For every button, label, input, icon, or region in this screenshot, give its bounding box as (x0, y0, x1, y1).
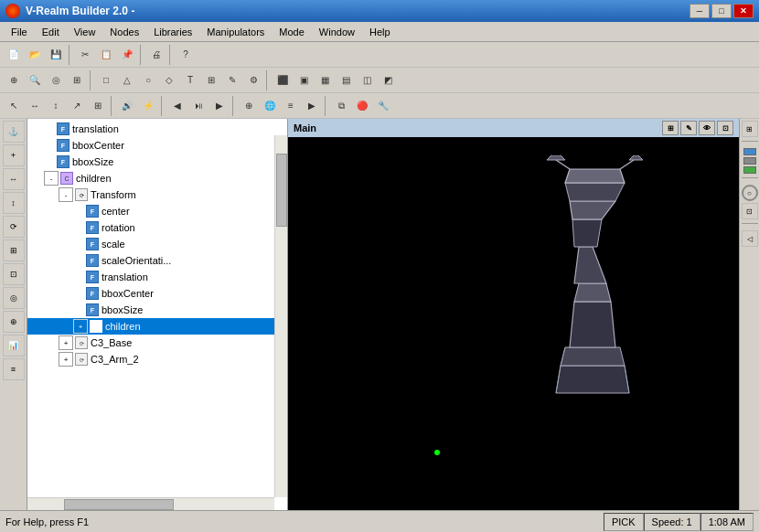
tree-item-bboxsize1[interactable]: F bboxSize (27, 154, 274, 170)
tree-item-bboxcenter2[interactable]: F bboxCenter (27, 285, 274, 302)
menu-view[interactable]: View (67, 25, 103, 39)
tree-item-c3arm2[interactable]: + ⟳ C3_Arm_2 (27, 351, 274, 367)
t3-b3[interactable]: ↕ (46, 96, 66, 116)
t2-b10[interactable]: ⊞ (201, 70, 221, 90)
t2-b9[interactable]: T (180, 70, 200, 90)
left-btn-8[interactable]: ◎ (3, 287, 25, 309)
tree-item-children1[interactable]: - C children (27, 170, 274, 186)
t2-b12[interactable]: ⚙ (243, 70, 263, 90)
left-btn-6[interactable]: ⊞ (3, 239, 25, 261)
t3-b10[interactable]: ▶ (209, 96, 230, 116)
tree-scrollbar-thumb[interactable] (276, 154, 287, 227)
left-btn-anchor[interactable]: ⚓ (3, 121, 25, 143)
t2-b11[interactable]: ✎ (222, 70, 242, 90)
minimize-button[interactable]: ─ (690, 4, 710, 18)
t2-b8[interactable]: ◇ (159, 70, 179, 90)
tree-item-bboxcenter1[interactable]: F bboxCenter (27, 137, 274, 154)
t2-b3[interactable]: ◎ (46, 70, 66, 90)
print-btn[interactable]: 🖨 (146, 45, 166, 65)
open-btn[interactable]: 📂 (25, 45, 45, 65)
expand-children1[interactable]: - (44, 171, 59, 186)
tree-item-translation1[interactable]: F translation (27, 121, 274, 137)
tree-item-bboxsize2[interactable]: F bboxSize (27, 302, 274, 318)
tree-item-children2[interactable]: + C children (27, 318, 274, 335)
tree-item-scale[interactable]: F scale (27, 236, 274, 252)
menu-window[interactable]: Window (312, 25, 362, 39)
right-btn-circle[interactable]: ○ (742, 185, 758, 201)
t2-b5[interactable]: □ (96, 70, 116, 90)
t2-b6[interactable]: △ (117, 70, 137, 90)
t3-b5[interactable]: ⊞ (88, 96, 108, 116)
copy-btn[interactable]: 📋 (96, 45, 116, 65)
t2-b2[interactable]: 🔍 (25, 70, 45, 90)
t3-b15[interactable]: ⧉ (331, 96, 351, 116)
paste-btn[interactable]: 📌 (117, 45, 137, 65)
t3-b4[interactable]: ↗ (67, 96, 87, 116)
left-btn-2[interactable]: + (3, 144, 25, 166)
menu-nodes[interactable]: Nodes (102, 25, 146, 39)
t2-b17[interactable]: ◫ (357, 70, 377, 90)
tree-vertical-scrollbar[interactable] (274, 135, 287, 497)
menu-help[interactable]: Help (362, 25, 398, 39)
color-swatch-green[interactable] (743, 166, 756, 174)
t2-b7[interactable]: ○ (138, 70, 158, 90)
close-button[interactable]: ✕ (733, 4, 754, 18)
expand-c3arm2[interactable]: + (59, 352, 73, 367)
menu-file[interactable]: File (4, 25, 35, 39)
expand-children2[interactable]: + (73, 319, 88, 334)
left-btn-10[interactable]: 📊 (3, 335, 25, 356)
left-btn-7[interactable]: ⊡ (3, 263, 25, 285)
maximize-button[interactable]: □ (711, 4, 732, 18)
left-btn-3[interactable]: ↔ (3, 168, 25, 190)
3d-viewport[interactable] (288, 137, 739, 510)
t3-b16[interactable]: 🔴 (352, 96, 372, 116)
t2-b18[interactable]: ◩ (378, 70, 398, 90)
color-swatch-gray[interactable] (743, 157, 756, 165)
viewport-icon-2[interactable]: ✎ (680, 121, 697, 135)
tree-item-rotation[interactable]: F rotation (27, 219, 274, 236)
menu-libraries[interactable]: Libraries (146, 25, 199, 39)
color-swatch-blue[interactable] (743, 148, 756, 155)
menu-mode[interactable]: Mode (272, 25, 312, 39)
t3-b12[interactable]: 🌐 (260, 96, 280, 116)
cut-btn[interactable]: ✂ (75, 45, 95, 65)
t2-b1[interactable]: ⊕ (4, 70, 24, 90)
menu-manipulators[interactable]: Manipulators (199, 25, 272, 39)
t2-b16[interactable]: ▤ (336, 70, 356, 90)
tree-item-c3base[interactable]: + ⟳ C3_Base (27, 335, 274, 351)
save-btn[interactable]: 💾 (46, 45, 66, 65)
left-btn-4[interactable]: ↕ (3, 192, 25, 214)
tree-hscrollbar-thumb[interactable] (64, 499, 174, 510)
t3-b17[interactable]: 🔧 (373, 96, 393, 116)
expand-c3base[interactable]: + (59, 335, 73, 350)
t2-b14[interactable]: ▣ (294, 70, 314, 90)
t3-b14[interactable]: ▶ (302, 96, 322, 116)
t3-b6[interactable]: 🔊 (117, 96, 137, 116)
right-btn-3[interactable]: ◁ (742, 230, 758, 247)
menu-edit[interactable]: Edit (35, 25, 67, 39)
t3-b9[interactable]: ⏯ (188, 96, 208, 116)
t3-b7[interactable]: ⚡ (138, 96, 158, 116)
t3-b8[interactable]: ◀ (167, 96, 187, 116)
new-btn[interactable]: 📄 (4, 45, 24, 65)
help-btn[interactable]: ? (176, 45, 196, 65)
t3-b2[interactable]: ↔ (25, 96, 45, 116)
t2-b13[interactable]: ⬛ (273, 70, 293, 90)
tree-item-center[interactable]: F center (27, 203, 274, 219)
left-btn-11[interactable]: ≡ (3, 358, 25, 380)
viewport-icon-3[interactable]: 👁 (699, 121, 715, 135)
viewport-icon-4[interactable]: ⊡ (717, 121, 733, 135)
viewport-icon-1[interactable]: ⊞ (662, 121, 679, 135)
right-btn-2[interactable]: ⊡ (742, 203, 758, 219)
left-btn-9[interactable]: ⊕ (3, 311, 25, 333)
tree-horizontal-scrollbar[interactable] (27, 497, 274, 510)
t3-b1[interactable]: ↖ (4, 96, 24, 116)
expand-transform1[interactable]: - (59, 187, 73, 202)
tree-item-scaleorientation[interactable]: F scaleOrientati... (27, 252, 274, 269)
tree-item-translation2[interactable]: F translation (27, 269, 274, 285)
t2-b4[interactable]: ⊞ (67, 70, 87, 90)
tree-item-transform1[interactable]: - ⟳ Transform (27, 186, 274, 203)
right-btn-1[interactable]: ⊞ (742, 121, 758, 137)
t2-b15[interactable]: ▦ (315, 70, 335, 90)
t3-b13[interactable]: ≡ (281, 96, 301, 116)
